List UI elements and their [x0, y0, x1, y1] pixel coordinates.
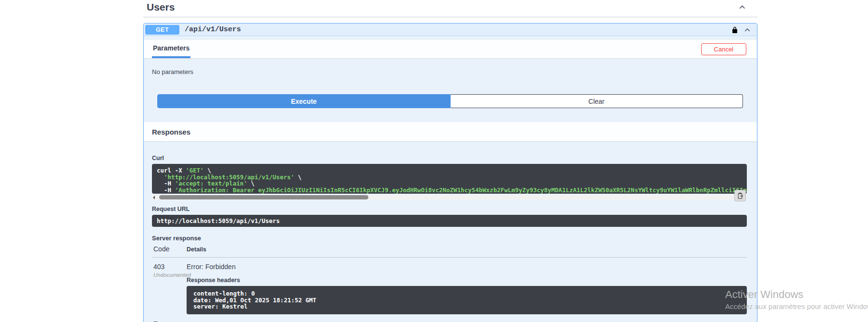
- curl-label: Curl: [152, 155, 747, 161]
- responses-body: Curl curl -X 'GET' \ 'http://localhost:5…: [144, 155, 757, 322]
- response-headers-label: Response headers: [187, 277, 747, 284]
- request-url-label: Request URL: [152, 206, 747, 212]
- curl-horizontal-scrollbar[interactable]: [152, 195, 747, 200]
- curl-wrapper: curl -X 'GET' \ 'http://localhost:5059/a…: [152, 164, 747, 200]
- tab-parameters[interactable]: Parameters: [152, 40, 190, 58]
- collapse-operation-chevron-up-icon[interactable]: [744, 26, 751, 33]
- server-response-label: Server response: [152, 235, 747, 242]
- no-parameters-text: No parameters: [152, 68, 757, 75]
- response-table-head: Code Details: [152, 245, 747, 253]
- collapse-tag-chevron-up-icon[interactable]: [739, 3, 746, 11]
- response-details-cell: Error: Forbidden Response headers conten…: [187, 263, 747, 314]
- table-divider: [152, 257, 747, 258]
- responses-header-label: Responses: [152, 128, 190, 136]
- response-row-403: 403 Undocumented Error: Forbidden Respon…: [152, 263, 747, 314]
- execute-row: Execute Clear: [157, 94, 743, 108]
- endpoint-path: /api/v1/Users: [185, 25, 241, 34]
- cancel-button[interactable]: Cancel: [701, 43, 746, 55]
- details-column-header: Details: [187, 246, 206, 253]
- response-headers-block: content-length: 0date: Wed,01 Oct 2025 1…: [187, 286, 747, 314]
- swagger-operations-container: Users GET /api/v1/Users Parameters Cance…: [143, 0, 757, 322]
- tag-header: Users: [143, 0, 757, 17]
- clipboard-copy-icon: [737, 192, 744, 199]
- scrollbar-thumb[interactable]: [159, 195, 368, 199]
- clear-button[interactable]: Clear: [451, 94, 743, 108]
- status-code-cell: 403 Undocumented: [152, 263, 187, 314]
- tag-title: Users: [147, 1, 175, 13]
- curl-command-block[interactable]: curl -X 'GET' \ 'http://localhost:5059/a…: [152, 164, 747, 194]
- opblock-get-users: GET /api/v1/Users Parameters Cancel No p…: [143, 23, 757, 322]
- error-description: Error: Forbidden: [187, 263, 747, 271]
- http-method-badge: GET: [145, 25, 179, 35]
- documented-responses-title: Responses: [152, 320, 747, 322]
- status-code: 403: [153, 263, 187, 271]
- server-response-table: Code Details 403 Undocumented Error: For…: [152, 245, 747, 314]
- execute-button[interactable]: Execute: [157, 94, 451, 108]
- parameters-header: Parameters Cancel: [144, 40, 757, 58]
- scrollbar-left-arrow-icon[interactable]: [153, 196, 155, 199]
- code-column-header: Code: [153, 245, 187, 253]
- auth-lock-icon[interactable]: [731, 26, 738, 34]
- copy-to-clipboard-button[interactable]: [734, 190, 746, 201]
- status-undocumented-note: Undocumented: [153, 272, 187, 278]
- opblock-summary[interactable]: GET /api/v1/Users: [144, 24, 757, 36]
- responses-header: Responses: [144, 122, 757, 141]
- request-url-value: http://localhost:5059/api/v1/Users: [152, 215, 747, 227]
